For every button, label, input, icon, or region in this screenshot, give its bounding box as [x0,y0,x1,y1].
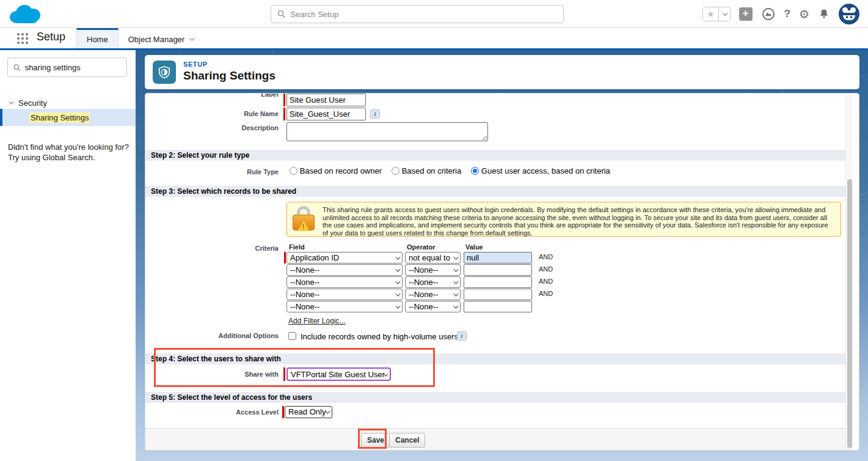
radio-based-on-criteria[interactable]: Based on criteria [392,166,461,175]
form-footer: Save Cancel [145,428,845,451]
sharing-rule-form-card: Label Rule Name i Description Step 2: Se… [145,93,859,451]
info-icon[interactable]: i [457,331,467,341]
chevron-down-icon [453,303,458,308]
security-lock-icon: ! [292,206,315,233]
global-search-input[interactable] [290,10,557,19]
annotation-step4-highlight [154,348,435,387]
high-volume-users-checkbox[interactable] [288,332,296,340]
value-column-header: Value [465,243,483,251]
app-launcher-icon[interactable] [17,33,28,44]
user-avatar[interactable] [839,4,859,24]
notifications-bell-icon[interactable] [818,8,830,20]
criteria-field-select[interactable]: --None-- [286,289,403,300]
favorites-caret-icon[interactable] [718,7,730,21]
page-header-card: SETUP Sharing Settings [145,55,859,89]
sidebar-section-security[interactable]: Security [0,95,136,110]
tab-home[interactable]: Home [76,28,119,48]
criteria-value-input[interactable] [464,264,532,276]
radio-checked-icon[interactable] [471,167,479,175]
favorites-star-icon[interactable]: ★ [703,7,718,21]
form-scrollbar[interactable] [845,94,853,450]
criteria-field-select[interactable]: --None-- [286,276,403,288]
chevron-down-icon [453,267,458,271]
search-icon [277,10,285,18]
annotation-save-highlight [358,429,387,449]
criteria-operator-select[interactable]: --None-- [405,276,461,288]
help-icon[interactable]: ? [784,8,790,20]
nav-tabs: Home Object Manager [76,28,203,48]
salesforce-logo-icon [9,4,40,24]
radio-icon[interactable] [290,167,297,175]
criteria-field-select[interactable]: --None-- [286,301,403,312]
add-filter-logic-link[interactable]: Add Filter Logic... [288,317,345,325]
tab-object-manager[interactable]: Object Manager [119,28,203,48]
step5-section-header: Step 5: Select the level of access for t… [145,392,845,403]
criteria-operator-select[interactable]: --None-- [405,289,461,300]
criteria-field-select[interactable]: --None-- [286,264,403,276]
criteria-value-input[interactable] [464,276,532,288]
required-indicator [282,406,284,418]
operator-column-header: Operator [407,243,435,251]
sidebar-search-box[interactable] [7,57,127,77]
setup-sidebar: Security Sharing Settings Didn't find wh… [0,50,136,461]
description-label: Description [145,124,279,131]
chevron-down-icon [453,254,458,259]
criteria-label: Criteria [145,245,279,252]
guest-user-warning-box: ! This sharing rule grants access to gue… [286,202,841,237]
cancel-button[interactable]: Cancel [389,433,425,448]
radio-guest-user-access[interactable]: Guest user access, based on criteria [471,166,610,175]
rule-type-label: Rule Type [145,168,279,175]
required-indicator [283,94,285,106]
favorites-control[interactable]: ★ [702,7,731,21]
sidebar-item-sharing-settings[interactable]: Sharing Settings [0,109,136,126]
criteria-operator-select[interactable]: --None-- [405,301,461,312]
scrollbar-thumb[interactable] [847,179,852,448]
chevron-down-icon [395,303,400,308]
setup-gear-icon[interactable]: ⚙ [799,9,809,20]
page-title: Sharing Settings [183,69,275,83]
sidebar-help-text: Didn't find what you're looking for? Try… [8,142,130,163]
rule-name-label: Rule Name [145,110,279,117]
criteria-operator-select[interactable]: --None-- [405,264,461,276]
rule-type-options: Based on record owner Based on criteria … [290,166,610,175]
warning-text: This sharing rule grants access to guest… [323,206,834,232]
required-indicator [284,252,286,264]
add-icon[interactable]: + [739,7,753,21]
criteria-value-input[interactable] [464,252,532,264]
chevron-down-icon [189,35,194,40]
additional-options-label: Additional Options [145,332,279,339]
and-label: AND [539,290,553,297]
salesforce-setup-window: ★ + ? ⚙ Setup Home Object Manager [0,0,868,461]
radio-based-on-record-owner[interactable]: Based on record owner [290,166,382,175]
setup-nav-bar: Setup Home Object Manager [0,28,868,48]
info-icon[interactable]: i [370,109,380,119]
access-level-select[interactable]: Read Only [285,406,332,418]
step3-section-header: Step 3: Select which records to be share… [145,186,845,197]
app-name: Setup [37,31,65,43]
and-label: AND [539,253,553,260]
rule-name-input[interactable] [286,108,366,120]
chevron-down-icon [9,99,13,104]
label-input[interactable] [286,94,366,106]
global-search-box[interactable] [271,5,564,23]
sidebar-search-input[interactable] [25,63,121,72]
radio-icon[interactable] [392,167,399,175]
and-label: AND [539,278,553,285]
chevron-down-icon [453,279,458,284]
main-content-area: SETUP Sharing Settings Label Rule Name i… [136,50,868,461]
trailhead-icon[interactable] [761,7,776,21]
chevron-down-icon [395,279,400,284]
header-utility-icons: ★ + ? ⚙ [702,0,859,28]
search-icon [13,64,21,72]
body: Security Sharing Settings Didn't find wh… [0,50,868,461]
criteria-operator-select[interactable]: not equal to [405,252,461,264]
field-column-header: Field [289,243,305,251]
label-field-label: Label [145,93,279,98]
description-textarea[interactable] [286,122,488,141]
criteria-field-select[interactable]: Application ID [286,252,403,264]
sidebar-item-label: Sharing Settings [29,112,90,123]
criteria-value-input[interactable] [464,301,532,312]
criteria-value-input[interactable] [464,289,532,300]
step2-section-header: Step 2: Select your rule type [145,150,845,161]
page-eyebrow: SETUP [183,61,208,68]
